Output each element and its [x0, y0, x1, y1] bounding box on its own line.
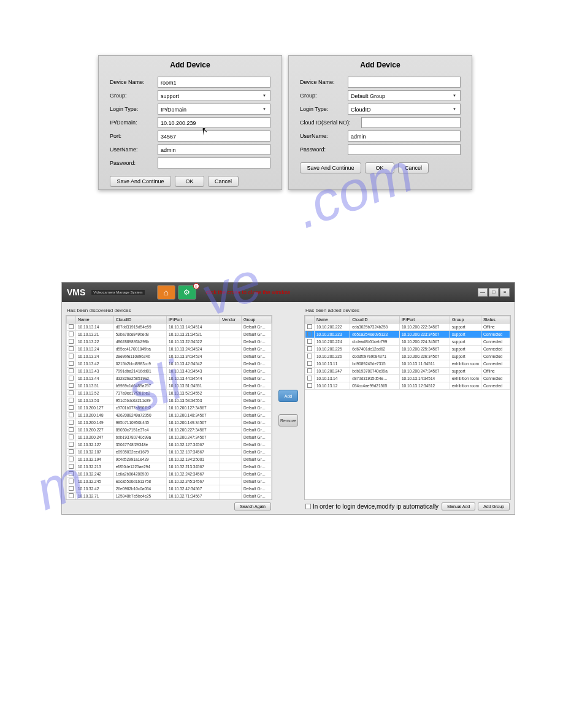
col-group[interactable]: Group — [450, 316, 481, 324]
table-row[interactable]: 10.10.32.245e0ca5500d1b1375810.10.32.245… — [67, 478, 272, 485]
device-name-input[interactable]: room1 — [158, 77, 270, 88]
group-select[interactable]: Default Group — [348, 90, 461, 101]
remove-button[interactable]: Remove — [278, 414, 298, 427]
label-password: Password: — [110, 160, 158, 166]
table-row[interactable]: 10.10.32.1949c4d52991a1e42910.10.32.194:… — [67, 456, 272, 463]
manual-add-button[interactable]: Manual Add — [442, 502, 475, 510]
table-row[interactable]: 10.10.13.14d87dd31915d54e…10.10.13.14:34… — [305, 375, 510, 382]
label-password: Password: — [300, 146, 348, 153]
added-devices-table[interactable]: Name CloudID IP/Port Group Status 10.10.… — [304, 315, 511, 500]
cursor-icon — [203, 128, 209, 135]
table-row[interactable]: 10.10.32.213ef850de1225ae29410.10.32.213… — [67, 463, 272, 471]
col-vendor[interactable]: Vendor — [220, 316, 241, 324]
table-row[interactable]: 10.10.200.247bdb193780740c99a10.10.200.2… — [305, 368, 510, 375]
table-row[interactable]: 10.10.13.44d32826a258519a210.10.13.44:34… — [67, 375, 272, 382]
col-checkbox[interactable] — [67, 316, 76, 324]
cancel-button[interactable]: Cancel — [208, 176, 239, 187]
annotation-text: click the cross to close the window — [206, 289, 291, 295]
table-row[interactable]: 10.10.13.52737a9ee17f281be210.10.13.52:3… — [67, 390, 272, 397]
col-ipport[interactable]: IP/Port — [399, 316, 450, 324]
add-device-dialog-cloudid: Add Device Device Name: Group:Default Gr… — [288, 55, 472, 190]
login-type-select[interactable]: CloudID — [348, 104, 461, 115]
label-login-type: Login Type: — [110, 106, 158, 112]
device-name-input[interactable] — [348, 77, 461, 88]
add-button[interactable]: Add — [278, 390, 298, 402]
username-input[interactable]: admin — [348, 131, 461, 142]
col-cloudid[interactable]: CloudID — [350, 316, 400, 324]
checkbox-icon[interactable] — [305, 504, 311, 509]
table-row[interactable]: 10.10.13.24d55cc417001849ba10.10.13.24:3… — [67, 346, 272, 353]
port-input[interactable]: 34567 — [158, 131, 270, 142]
auto-ip-checkbox[interactable]: In order to login device,modify ip autom… — [305, 503, 439, 510]
col-status[interactable]: Status — [481, 316, 510, 324]
label-username: UserName: — [110, 146, 158, 153]
label-group: Group: — [110, 93, 158, 99]
table-row[interactable]: 10.10.13.53951c5bdc62211c8910.10.13.53:3… — [67, 397, 272, 404]
cloud-id-input[interactable] — [361, 117, 461, 128]
minimize-icon[interactable]: — — [478, 288, 488, 297]
table-row[interactable]: 10.10.200.226c0d3fb97e9b8437110.10.200.2… — [305, 353, 510, 360]
discovered-devices-table[interactable]: Name CloudID IP/Port Vendor Group 10.10.… — [66, 315, 272, 500]
col-ipport[interactable]: IP/Port — [167, 316, 220, 324]
label-ip-domain: IP/Domain: — [110, 119, 158, 126]
table-row[interactable]: 10.10.32.187e8935032eed167910.10.32.187:… — [67, 449, 272, 456]
table-row[interactable]: 10.10.13.22d862889893b298b10.10.13.22:34… — [67, 338, 272, 346]
table-row[interactable]: 10.10.13.14d87dd31915d54e5910.10.13.14:3… — [67, 324, 272, 331]
table-row[interactable]: 10.10.32.4226e0982b10c0a05410.10.32.42:3… — [67, 485, 272, 493]
table-row[interactable]: 10.10.200.127c9701b077a8907d210.10.200.1… — [67, 404, 272, 412]
table-row[interactable]: 10.10.200.1484262088249a7205010.10.200.1… — [67, 412, 272, 419]
panel-title: Has been discovered devices — [66, 306, 272, 315]
vms-main-window: VMS Videocamera Manage System ⌂ ⚙ × clic… — [61, 282, 515, 515]
home-icon: ⌂ — [163, 287, 168, 297]
save-continue-button[interactable]: Save And Continue — [300, 162, 361, 173]
table-row[interactable]: 10.10.32.71125848b7e5bc4e2510.10.32.71:3… — [67, 493, 272, 500]
panel-title: Has been added devices — [304, 306, 511, 315]
label-username: UserName: — [300, 133, 348, 139]
table-row[interactable]: 10.10.32.2421c6a2b86428898910.10.32.242:… — [67, 471, 272, 478]
col-name[interactable]: Name — [76, 316, 114, 324]
col-name[interactable]: Name — [315, 316, 350, 324]
dialog-title: Add Device — [99, 56, 282, 75]
nav-device-manager-button[interactable]: ⚙ × — [178, 285, 196, 300]
col-cloudid[interactable]: CloudID — [113, 316, 166, 324]
auto-ip-label: In order to login device,modify ip autom… — [313, 503, 439, 510]
table-row[interactable]: 10.10.200.149985b7110950b44510.10.200.14… — [67, 419, 272, 427]
table-row[interactable]: 10.10.13.12054cc4ae99d2156510.10.13.12:3… — [305, 382, 510, 390]
table-row[interactable]: 10.10.200.223d651a254ee09512310.10.200.2… — [305, 331, 510, 338]
save-continue-button[interactable]: Save And Continue — [110, 176, 171, 187]
password-input[interactable] — [158, 157, 270, 169]
maximize-icon[interactable]: □ — [489, 288, 499, 297]
table-row[interactable]: 10.10.200.2256d67401dc12ad6210.10.200.22… — [305, 346, 510, 353]
table-row[interactable]: 10.10.13.420215b2bbd8983cc910.10.13.42:3… — [67, 360, 272, 368]
label-login-type: Login Type: — [300, 106, 348, 112]
label-group: Group: — [300, 93, 348, 99]
table-row[interactable]: 10.10.13.51b9989c1d6489a25710.10.13.51:3… — [67, 382, 272, 390]
label-device-name: Device Name: — [300, 79, 348, 85]
table-row[interactable]: 10.10.200.222eda3025b7324b25810.10.200.2… — [305, 324, 510, 331]
table-row[interactable]: 10.10.13.11bd9089245de731510.10.13.11:34… — [305, 360, 510, 368]
close-tab-icon[interactable]: × — [193, 283, 199, 289]
close-icon[interactable]: × — [500, 288, 510, 297]
login-type-select[interactable]: IP/Domain — [158, 104, 270, 115]
table-row[interactable]: 10.10.200.247bdb193780740c99a10.10.200.2… — [67, 434, 272, 441]
ip-domain-input[interactable]: 10.10.200.239 — [158, 117, 270, 128]
table-row[interactable]: 10.10.13.342ae9bfe11089624610.10.13.34:3… — [67, 353, 272, 360]
search-again-button[interactable]: Search Again — [234, 502, 271, 510]
add-group-button[interactable]: Add Group — [478, 502, 510, 510]
password-input[interactable] — [348, 144, 461, 155]
col-group[interactable]: Group — [241, 316, 271, 324]
ok-button[interactable]: OK — [365, 162, 394, 173]
table-row[interactable]: 10.10.32.12735047748f29348e10.10.32.127:… — [67, 441, 272, 449]
table-row[interactable]: 10.10.13.2152ba70ce849bed810.10.13.21:34… — [67, 331, 272, 338]
cancel-button[interactable]: Cancel — [398, 162, 429, 173]
table-row[interactable]: 10.10.13.437991dba21416dd8110.10.13.43:3… — [67, 368, 272, 375]
username-input[interactable]: admin — [158, 144, 270, 155]
discovered-devices-panel: Has been discovered devices Name CloudID… — [66, 306, 272, 510]
col-checkbox[interactable] — [305, 316, 315, 324]
table-row[interactable]: 10.10.200.224cbdead8b51ceb79910.10.200.2… — [305, 338, 510, 346]
group-select[interactable]: support — [158, 90, 270, 101]
nav-home-button[interactable]: ⌂ — [157, 285, 175, 300]
vms-nav: ⌂ ⚙ × — [157, 285, 196, 300]
ok-button[interactable]: OK — [175, 176, 204, 187]
table-row[interactable]: 10.10.200.22789030c7151e37c410.10.200.22… — [67, 427, 272, 434]
